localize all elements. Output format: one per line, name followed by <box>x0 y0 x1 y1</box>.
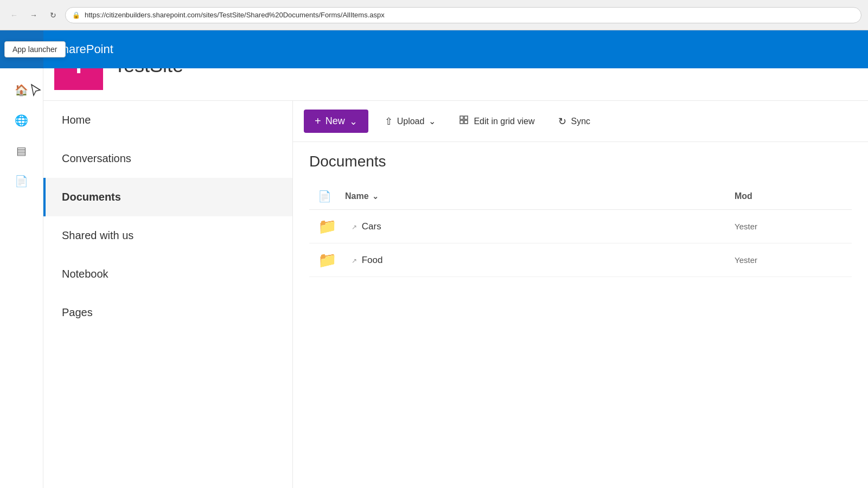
upload-button[interactable]: ⇧ Upload ⌄ <box>377 110 444 133</box>
url-text: https://citizenbuilders.sharepoint.com/s… <box>85 11 854 19</box>
table-row[interactable]: 📁 ↗ Food Yester <box>309 243 852 277</box>
svg-rect-2 <box>460 120 463 124</box>
svg-rect-0 <box>460 116 463 119</box>
chevron-down-icon: ⌄ <box>349 115 358 127</box>
sync-button[interactable]: ↻ Sync <box>551 110 598 133</box>
rail-home-button[interactable]: 🏠 <box>9 77 35 103</box>
content-toolbar: + New ⌄ ⇧ Upload ⌄ Edit in grid view ↻ S… <box>293 101 868 142</box>
nav-item-home[interactable]: Home <box>43 101 292 139</box>
nav-item-documents[interactable]: Documents <box>43 178 292 216</box>
forward-button[interactable]: → <box>26 8 41 23</box>
app-launcher-tooltip: App launcher <box>4 41 66 57</box>
modified-column-header[interactable]: Mod <box>735 191 843 201</box>
doc-name-cars: ↗ Cars <box>345 221 735 232</box>
sync-label: Sync <box>571 117 590 126</box>
new-button[interactable]: + New ⌄ <box>304 110 368 133</box>
documents-title: Documents <box>309 153 852 170</box>
svg-rect-3 <box>464 120 468 124</box>
name-column-header[interactable]: Name ⌄ <box>345 191 735 201</box>
nav-item-conversations[interactable]: Conversations <box>43 139 292 178</box>
edit-grid-button[interactable]: Edit in grid view <box>452 110 542 133</box>
upload-icon: ⇧ <box>385 115 393 127</box>
plus-icon: + <box>315 115 321 127</box>
new-label: New <box>326 115 345 127</box>
left-nav: Home Conversations Documents Shared with… <box>43 101 293 488</box>
left-rail: 🏠 🌐 ▤ 📄 <box>0 68 43 488</box>
pin-icon: ↗ <box>352 257 357 265</box>
svg-rect-1 <box>464 116 468 119</box>
sharepoint-topbar: SharePoint <box>0 30 868 68</box>
table-row[interactable]: 📁 ↗ Cars Yester <box>309 210 852 243</box>
lock-icon: 🔒 <box>72 11 80 19</box>
nav-item-shared-with-us[interactable]: Shared with us <box>43 216 292 255</box>
nav-item-pages[interactable]: Pages <box>43 293 292 332</box>
rail-sites-button[interactable]: 🌐 <box>9 107 35 133</box>
browser-chrome: ← → ↻ 🔒 https://citizenbuilders.sharepoi… <box>0 0 868 30</box>
doc-modified-cars: Yester <box>735 222 843 231</box>
pin-icon: ↗ <box>352 223 357 231</box>
address-bar[interactable]: 🔒 https://citizenbuilders.sharepoint.com… <box>65 7 861 23</box>
refresh-button[interactable]: ↻ <box>46 8 61 23</box>
sync-icon: ↻ <box>558 115 566 127</box>
folder-icon-cars: 📁 <box>318 217 345 235</box>
sort-down-icon: ⌄ <box>372 192 379 201</box>
documents-section: Documents 📄 Name ⌄ Mod 📁 ↗ Cars Yester <box>293 142 868 288</box>
folder-icon-food: 📁 <box>318 251 345 269</box>
grid-icon <box>459 115 469 127</box>
upload-chevron-icon: ⌄ <box>429 116 436 126</box>
back-button[interactable]: ← <box>7 8 22 23</box>
edit-grid-label: Edit in grid view <box>474 117 534 126</box>
table-header: 📄 Name ⌄ Mod <box>309 183 852 210</box>
nav-item-notebook[interactable]: Notebook <box>43 255 292 293</box>
rail-files-button[interactable]: 📄 <box>9 168 35 194</box>
upload-label: Upload <box>397 117 425 126</box>
rail-lists-button[interactable]: ▤ <box>9 138 35 164</box>
doc-modified-food: Yester <box>735 255 843 265</box>
file-icon-header: 📄 <box>318 190 345 203</box>
main-content: + New ⌄ ⇧ Upload ⌄ Edit in grid view ↻ S… <box>293 101 868 488</box>
file-header-icon: 📄 <box>318 190 331 202</box>
doc-name-food: ↗ Food <box>345 255 735 266</box>
